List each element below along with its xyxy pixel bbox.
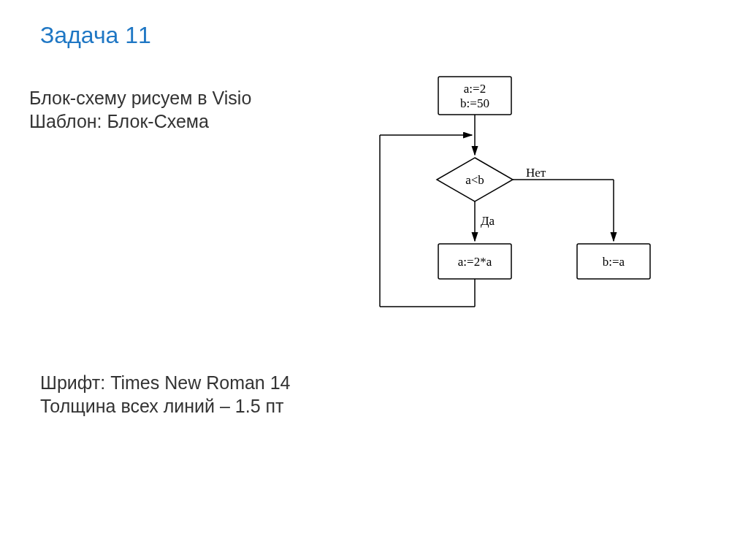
page-title: Задача 11 [40,22,151,49]
note-line-1: Шрифт: Times New Roman 14 [40,372,291,394]
flowchart-init-line2: b:=50 [460,96,489,110]
flowchart-no-label: Нет [526,166,546,180]
flowchart-condition: a<b [465,173,484,187]
note-line-2: Толщина всех линий – 1.5 пт [40,396,284,417]
flowchart-yes-action: a:=2*a [458,255,492,269]
instruction-line-2: Шаблон: Блок-Схема [29,111,209,132]
flowchart-diagram: a:=2 b:=50 a<b Да Нет a:=2*a b:=a [343,66,723,343]
flowchart-no-action: b:=a [603,255,625,269]
instruction-line-1: Блок-схему рисуем в Visio [29,88,251,109]
flowchart-init-line1: a:=2 [464,82,486,96]
flowchart-yes-label: Да [481,214,495,228]
